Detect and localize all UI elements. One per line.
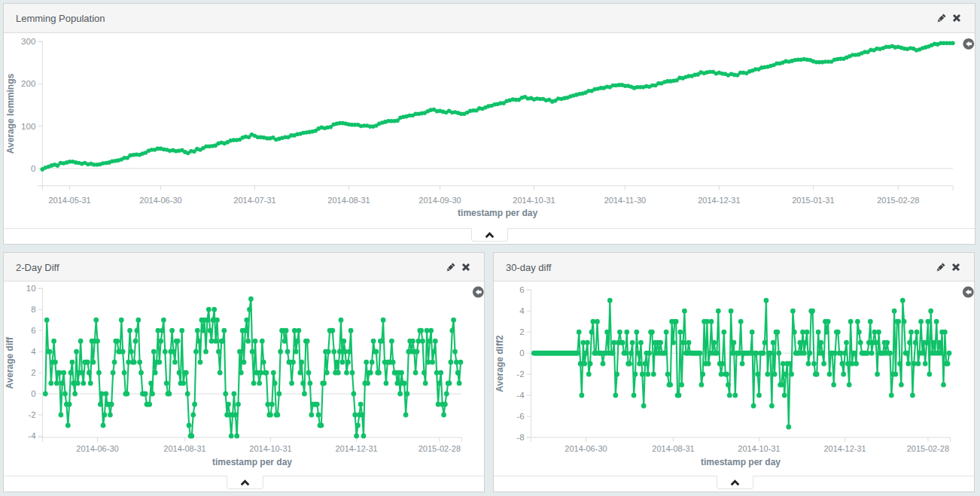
svg-text:4: 4 (519, 306, 525, 315)
svg-text:2: 2 (31, 368, 35, 377)
svg-text:2014-12-31: 2014-12-31 (823, 444, 866, 453)
svg-text:2014-12-31: 2014-12-31 (335, 444, 377, 453)
svg-text:2014-08-31: 2014-08-31 (327, 196, 370, 205)
svg-text:0: 0 (31, 164, 35, 173)
svg-text:2015-01-31: 2015-01-31 (792, 196, 834, 205)
svg-text:2014-11-30: 2014-11-30 (604, 196, 646, 205)
svg-text:2014-10-31: 2014-10-31 (738, 444, 780, 453)
svg-text:-4: -4 (516, 391, 525, 400)
svg-text:2014-12-31: 2014-12-31 (698, 196, 740, 205)
svg-text:2015-02-28: 2015-02-28 (418, 444, 461, 453)
svg-text:2014-06-30: 2014-06-30 (565, 444, 607, 453)
svg-text:2015-02-28: 2015-02-28 (907, 444, 949, 453)
svg-text:timestamp per day: timestamp per day (212, 457, 292, 467)
svg-text:-2: -2 (28, 410, 35, 419)
svg-text:6: 6 (519, 285, 524, 294)
svg-text:200: 200 (21, 79, 35, 88)
svg-text:2014-09-30: 2014-09-30 (418, 196, 461, 205)
svg-text:10: 10 (26, 284, 36, 293)
svg-text:2014-06-30: 2014-06-30 (139, 196, 181, 205)
svg-text:100: 100 (21, 122, 35, 131)
svg-text:-2: -2 (516, 370, 524, 379)
svg-text:2015-02-28: 2015-02-28 (877, 196, 919, 205)
svg-text:timestamp per day: timestamp per day (701, 457, 781, 467)
svg-text:2: 2 (519, 327, 524, 336)
svg-text:2014-06-30: 2014-06-30 (76, 444, 118, 453)
svg-text:2014-10-31: 2014-10-31 (513, 196, 555, 205)
svg-text:Average diff: Average diff (5, 336, 16, 389)
svg-text:-8: -8 (516, 433, 524, 442)
svg-text:0: 0 (519, 348, 524, 358)
svg-text:2014-08-31: 2014-08-31 (163, 444, 205, 453)
svg-text:-6: -6 (516, 412, 524, 421)
svg-text:4: 4 (31, 347, 36, 356)
svg-text:Average lemmings: Average lemmings (5, 74, 16, 154)
svg-text:6: 6 (31, 326, 35, 335)
svg-text:2014-07-31: 2014-07-31 (233, 196, 275, 205)
svg-text:8: 8 (31, 305, 35, 314)
svg-text:300: 300 (21, 37, 35, 46)
svg-text:2014-10-31: 2014-10-31 (249, 444, 291, 453)
svg-text:-4: -4 (28, 431, 36, 440)
svg-text:2014-08-31: 2014-08-31 (652, 444, 694, 453)
svg-text:timestamp per day: timestamp per day (458, 208, 537, 218)
svg-text:Average diff2: Average diff2 (495, 335, 506, 392)
svg-text:0: 0 (31, 389, 35, 398)
svg-text:2014-05-31: 2014-05-31 (48, 196, 90, 205)
